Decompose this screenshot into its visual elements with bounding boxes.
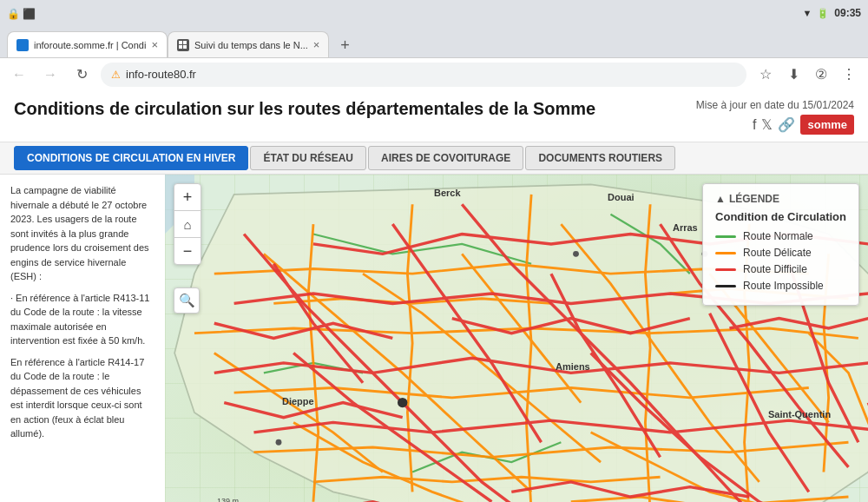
legend-subtitle: Condition de Circulation: [715, 210, 846, 223]
sidebar-paragraph-3: En référence à l'article R414-17 du Code…: [10, 355, 155, 441]
map-search-button[interactable]: 🔍: [174, 287, 200, 314]
bookmark-button[interactable]: ☆: [753, 63, 778, 87]
status-icons: ▼ 🔋 09:35: [802, 7, 861, 19]
page-title: Conditions de circulation sur les routes…: [14, 99, 696, 119]
legend-item-normale: Route Normale: [715, 230, 846, 242]
download-button[interactable]: ⬇: [781, 63, 806, 87]
address-bar: ← → ↻ ⚠ info-route80.fr ☆ ⬇ ② ⋮: [0, 57, 868, 90]
update-date: Mise à jour en date du 15/01/2024: [696, 99, 854, 111]
new-tab-button[interactable]: +: [332, 33, 357, 57]
account-button[interactable]: ②: [809, 63, 833, 87]
tab-bar: inforoute.somme.fr | Condi × Suivi du te…: [0, 26, 868, 57]
header-right: Mise à jour en date du 15/01/2024 f 𝕏 🔗 …: [696, 99, 854, 142]
forward-button[interactable]: →: [38, 63, 62, 87]
tab-circulation-hiver[interactable]: CONDITIONS DE CIRCULATION EN HIVER: [14, 146, 248, 170]
zoom-controls: + ⌂ −: [174, 183, 201, 265]
page-content: Conditions de circulation sur les routes…: [0, 90, 868, 502]
tab-1[interactable]: inforoute.somme.fr | Condi ×: [7, 31, 168, 57]
reload-button[interactable]: ↻: [69, 63, 94, 87]
legend-item-impossible: Route Impossible: [715, 280, 846, 292]
svg-rect-2: [179, 45, 182, 49]
tab-2[interactable]: Suivi du temps dans le N... ×: [168, 31, 329, 57]
tab-aires-covoiturage[interactable]: AIRES DE COVOITURAGE: [368, 146, 523, 170]
tab-documents-routiers[interactable]: DOCUMENTS ROUTIERS: [525, 146, 675, 170]
tab-1-close[interactable]: ×: [151, 38, 158, 51]
svg-rect-3: [183, 45, 187, 49]
url-text: info-route80.fr: [126, 68, 196, 81]
home-button[interactable]: ⌂: [174, 211, 201, 237]
tab-1-favicon: [16, 39, 29, 51]
svg-rect-1: [183, 41, 187, 44]
battery-icon: 🔋: [817, 8, 829, 19]
legend-label-impossible: Route Impossible: [743, 280, 824, 292]
legend-color-normale: [715, 235, 736, 238]
nav-tabs: CONDITIONS DE CIRCULATION EN HIVER ÉTAT …: [0, 142, 868, 175]
sidebar-paragraph-1: La campagne de viabilité hivernale a déb…: [10, 183, 155, 284]
legend: ▲ LÉGENDE Condition de Circulation Route…: [702, 183, 859, 306]
svg-point-4: [398, 398, 407, 407]
legend-arrow-icon: ▲: [715, 193, 726, 205]
legend-item-difficile: Route Difficile: [715, 263, 846, 275]
zoom-out-button[interactable]: −: [174, 238, 201, 264]
zoom-in-button[interactable]: +: [174, 184, 201, 210]
map-area[interactable]: Berck Douai Arras Amiens Dieppe Saint-Qu…: [165, 175, 868, 502]
wifi-icon: ▼: [802, 8, 812, 18]
legend-title: ▲ LÉGENDE: [715, 193, 846, 205]
system-icon2: ⬛: [23, 8, 33, 18]
main-content: La campagne de viabilité hivernale a déb…: [0, 175, 868, 502]
title-bar: 🔒 ⬛ ▼ 🔋 09:35: [0, 0, 868, 26]
svg-rect-0: [179, 41, 182, 44]
security-warning-icon: ⚠: [111, 69, 121, 81]
scale-label-1: 139 m: [217, 497, 239, 502]
legend-color-impossible: [715, 285, 736, 287]
sidebar-paragraph-2: · En référence à l'article R413-11 du Co…: [10, 291, 155, 348]
tab-etat-reseau[interactable]: ÉTAT DU RÉSEAU: [250, 146, 366, 170]
svg-point-7: [276, 439, 282, 446]
browser-chrome: 🔒 ⬛ ▼ 🔋 09:35 inforoute.somme.fr | Condi…: [0, 0, 868, 90]
department-logo: somme: [800, 115, 854, 135]
back-button[interactable]: ←: [7, 63, 31, 87]
svg-point-5: [573, 251, 579, 257]
system-icon: 🔒: [7, 8, 17, 18]
facebook-icon[interactable]: f: [753, 117, 756, 133]
site-title-wrapper: Conditions de circulation sur les routes…: [14, 99, 696, 126]
legend-label-delicate: Route Délicate: [743, 247, 812, 259]
menu-button[interactable]: ⋮: [837, 63, 861, 87]
tab-2-close[interactable]: ×: [313, 38, 320, 51]
legend-item-delicate: Route Délicate: [715, 247, 846, 259]
twitter-icon[interactable]: 𝕏: [761, 116, 773, 133]
tab-1-text: inforoute.somme.fr | Condi: [34, 40, 146, 50]
tab-2-text: Suivi du temps dans le N...: [194, 40, 308, 50]
share-icon[interactable]: 🔗: [778, 116, 795, 133]
browser-actions: ☆ ⬇ ② ⋮: [753, 63, 861, 87]
legend-color-delicate: [715, 252, 736, 254]
tab-2-favicon: [177, 39, 189, 51]
clock: 09:35: [834, 7, 861, 19]
legend-color-difficile: [715, 268, 736, 271]
legend-label-difficile: Route Difficile: [743, 263, 807, 275]
legend-label-normale: Route Normale: [743, 230, 813, 242]
sidebar-description: La campagne de viabilité hivernale a déb…: [0, 175, 165, 502]
site-header: Conditions de circulation sur les routes…: [0, 90, 868, 142]
window-controls: 🔒 ⬛: [7, 8, 33, 18]
url-field[interactable]: ⚠ info-route80.fr: [101, 63, 746, 87]
